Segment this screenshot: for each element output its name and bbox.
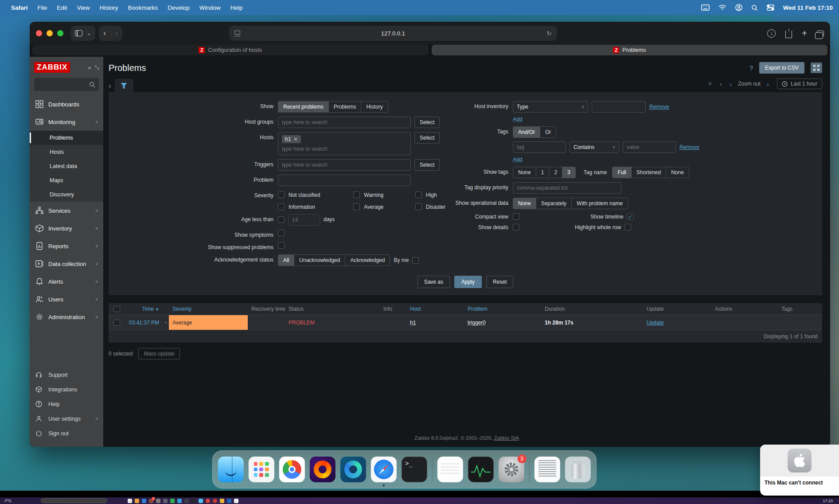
dock-trash[interactable] (565, 457, 590, 482)
show-symptoms-checkbox[interactable] (278, 230, 285, 236)
ack-unacknowledged-button[interactable]: Unacknowledged (294, 255, 345, 266)
close-window-button[interactable] (36, 30, 42, 36)
taskbar-app-icon[interactable] (135, 499, 139, 503)
show-tags-2-button[interactable]: 2 (549, 167, 562, 178)
menu-edit[interactable]: Edit (52, 4, 72, 11)
keyboard-icon[interactable] (701, 4, 710, 11)
host-chip-h1[interactable]: h1 ✕ (282, 135, 301, 143)
share-button[interactable] (785, 31, 792, 38)
operational-with-problem-name-button[interactable]: With problem name (572, 198, 628, 209)
zoom-window-button[interactable] (57, 30, 63, 36)
show-tags-3-button[interactable]: 3 (562, 167, 575, 178)
severity-average-checkbox[interactable] (353, 203, 360, 210)
show-tags-1-button[interactable]: 1 (536, 167, 550, 178)
tags-or-button[interactable]: Or (540, 127, 556, 137)
problem-time-link[interactable]: 03:41:37 PM (129, 320, 159, 326)
show-history-button[interactable]: History (361, 102, 387, 112)
time-forward-arrow[interactable]: › (767, 80, 769, 88)
sidebar-item-users[interactable]: Users ˅ (30, 290, 103, 308)
ack-acknowledged-button[interactable]: Acknowledged (345, 255, 390, 266)
severity-disaster-checkbox[interactable] (415, 203, 422, 210)
zabbix-logo[interactable]: ZABBIX (34, 62, 70, 73)
taskbar-app-icon[interactable] (170, 499, 175, 503)
show-details-checkbox[interactable] (513, 224, 519, 231)
dock-edge[interactable] (340, 457, 366, 482)
operational-separately-button[interactable]: Separately (536, 198, 572, 209)
sidebar-hide-icon[interactable]: ⤡ (94, 64, 99, 70)
sidebar-item-integrations[interactable]: Integrations (30, 382, 103, 397)
wifi-icon[interactable] (718, 4, 726, 11)
minimize-window-button[interactable] (47, 30, 53, 36)
age-checkbox[interactable] (278, 216, 285, 223)
remove-chip-icon[interactable]: ✕ (293, 137, 297, 142)
dock-chrome[interactable] (279, 457, 304, 482)
filter-next-chevron[interactable]: › (720, 81, 722, 87)
reset-button[interactable]: Reset (486, 276, 513, 288)
row-checkbox[interactable] (113, 320, 120, 326)
notification-card[interactable]: This Mac can't connect (760, 445, 839, 496)
taskbar-app-icon[interactable] (184, 499, 189, 503)
highlight-whole-row-checkbox[interactable] (624, 224, 631, 231)
time-back-arrow[interactable]: ‹ (730, 80, 732, 88)
taskbar-app-icon[interactable] (213, 499, 217, 503)
show-timeline-checkbox[interactable]: ✓ (627, 213, 634, 220)
export-to-csv-button[interactable]: Export to CSV (759, 62, 804, 74)
host-inventory-value-input[interactable] (592, 101, 646, 113)
show-problems-button[interactable]: Problems (329, 102, 362, 112)
severity-high-checkbox[interactable] (415, 191, 422, 198)
menu-window[interactable]: Window (195, 4, 226, 11)
taskbar-app-icon[interactable] (206, 499, 210, 503)
menu-safari[interactable]: Safari (6, 4, 33, 11)
taskbar-app-icon[interactable] (128, 499, 132, 503)
sidebar-item-monitoring[interactable]: Monitoring ˄ (30, 113, 103, 131)
tag-name-full-button[interactable]: Full (613, 167, 631, 178)
new-tab-button[interactable]: + (802, 28, 807, 39)
column-header-time[interactable]: Time ▼ (125, 306, 163, 312)
sidebar-item-reports[interactable]: Reports ˅ (30, 237, 103, 255)
tag-name-none-button[interactable]: None (666, 167, 689, 178)
time-range-button[interactable]: Last 1 hour (777, 78, 822, 89)
back-button[interactable]: ‹ (103, 29, 106, 38)
operational-none-button[interactable]: None (513, 198, 536, 209)
spotlight-search-icon[interactable] (751, 4, 758, 11)
tag-name-shortened-button[interactable]: Shortened (632, 167, 666, 178)
dock-launchpad[interactable] (248, 457, 274, 482)
tag-remove-link[interactable]: Remove (679, 144, 699, 150)
sidebar-item-alerts[interactable]: Alerts ˅ (30, 273, 103, 290)
taskbar-app-icon[interactable] (227, 499, 231, 503)
menu-view[interactable]: View (72, 4, 95, 11)
severity-information-checkbox[interactable] (278, 203, 285, 210)
severity-warning-checkbox[interactable] (353, 191, 360, 198)
tab-problems[interactable]: Z Problems (432, 45, 828, 55)
taskbar-app-icon[interactable] (156, 499, 160, 503)
select-all-checkbox[interactable] (113, 306, 120, 312)
sidebar-item-dashboards[interactable]: Dashboards (30, 95, 103, 113)
host-groups-input[interactable] (278, 117, 411, 128)
dock-system-settings[interactable]: 3 (498, 457, 524, 482)
taskbar-app-icon[interactable] (191, 499, 196, 503)
taskbar-app-icon[interactable] (234, 499, 238, 503)
hosts-multiselect[interactable]: h1 ✕ type here to search (278, 132, 411, 155)
menu-file[interactable]: File (33, 4, 52, 11)
host-inventory-type-select[interactable]: Type˅ (513, 101, 588, 113)
tags-andor-button[interactable]: And/Or (513, 127, 540, 137)
host-link[interactable]: h1 (410, 320, 416, 326)
dock-terminal[interactable]: >_ (401, 457, 427, 482)
column-header-host[interactable]: Host (406, 306, 464, 312)
downloads-button[interactable]: ↓ (767, 29, 776, 38)
sidebar-item-administration[interactable]: Administration ˅ (30, 308, 103, 326)
show-suppressed-checkbox[interactable] (278, 242, 285, 249)
sidebar-subitem-maps[interactable]: Maps (30, 173, 103, 188)
severity-cell-average[interactable]: Average (169, 315, 248, 330)
taskbar-app-icon[interactable] (142, 499, 146, 503)
sidebar-subitem-problems[interactable]: Problems (30, 131, 103, 145)
dock-finder[interactable] (218, 457, 243, 482)
tag-operator-select[interactable]: Contains˅ (570, 141, 619, 153)
sidebar-search[interactable] (34, 78, 99, 91)
save-as-button[interactable]: Save as (418, 276, 450, 288)
sidebar-item-help[interactable]: Help (30, 397, 103, 411)
apply-button[interactable]: Apply (454, 276, 482, 288)
weather-temp[interactable]: -7°C (4, 499, 12, 503)
tab-overview-button[interactable] (817, 31, 824, 36)
taskbar-app-icon[interactable] (199, 499, 203, 503)
